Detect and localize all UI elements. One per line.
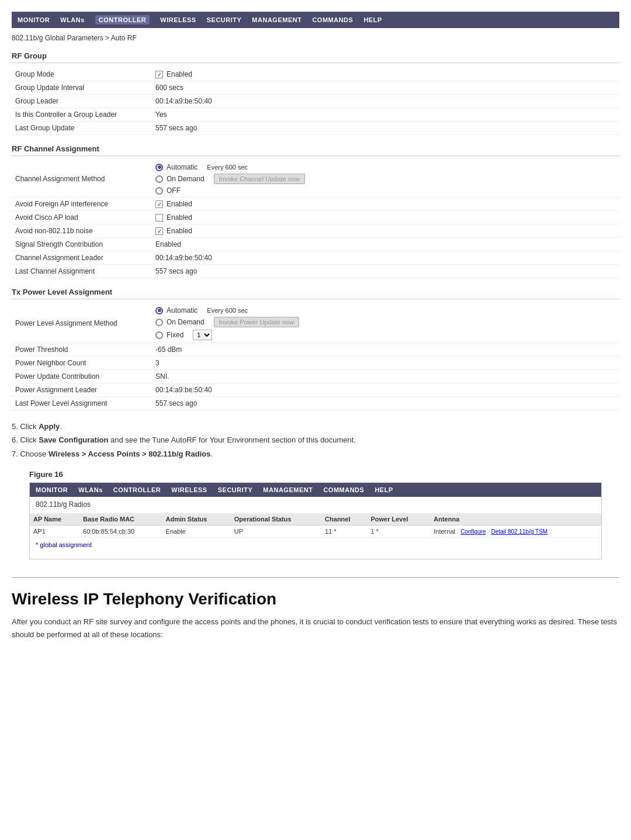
nav-security[interactable]: SECURITY: [207, 16, 242, 23]
row-value: Enabled: [152, 198, 619, 211]
radio-label-automatic-power: Automatic: [167, 306, 197, 314]
row-label: Group Update Interval: [12, 81, 152, 95]
cell-antenna: Internal Configure Detail 802.11b/g TSM: [430, 526, 601, 538]
row-label: Power Level Assignment Method: [12, 304, 152, 343]
cell-power: 1 *: [367, 526, 430, 538]
nav-help[interactable]: HELP: [363, 16, 382, 23]
radio-ondemand[interactable]: [155, 175, 163, 183]
table-header-row: AP Name Base Radio MAC Admin Status Oper…: [30, 513, 601, 526]
fig-nav-controller[interactable]: CONTROLLER: [113, 486, 161, 493]
nav-management[interactable]: MANAGEMENT: [252, 16, 301, 23]
configure-link[interactable]: Configure: [460, 528, 486, 535]
row-value: 00:14:a9:be:50:40: [152, 383, 619, 397]
radio-row-fixed[interactable]: Fixed 1: [155, 330, 616, 340]
rf-group-header: RF Group: [12, 51, 619, 63]
row-label: Channel Assignment Leader: [12, 251, 152, 265]
row-value: Enabled: [152, 68, 619, 81]
checkbox-group-mode[interactable]: Enabled: [155, 70, 616, 78]
row-label: Avoid Cisco AP load: [12, 211, 152, 224]
row-value: Enabled: [152, 211, 619, 224]
apply-bold: Apply: [39, 422, 60, 431]
invoke-power-button[interactable]: Invoke Power Update now: [214, 317, 299, 327]
nav-controller[interactable]: CONTROLLER: [95, 15, 150, 25]
nav-wireless[interactable]: WIRELESS: [160, 16, 196, 23]
rf-group-table: Group Mode Enabled Group Update Interval…: [12, 68, 619, 135]
checkbox-enabled[interactable]: [155, 71, 163, 78]
table-row: Group Update Interval 600 secs: [12, 81, 619, 95]
row-label: Avoid non-802.11b noise: [12, 224, 152, 238]
figure-label: Figure 16: [29, 470, 619, 479]
checkbox-avoid-noise[interactable]: Enabled: [155, 227, 616, 235]
detail-link[interactable]: Detail 802.11b/g TSM: [491, 528, 548, 535]
checkbox-avoid-cisco[interactable]: Enabled: [155, 213, 616, 222]
row-label: Power Update Contribution: [12, 370, 152, 383]
table-row: Group Leader 00:14:a9:be:50:40: [12, 95, 619, 108]
radio-ondemand-power[interactable]: [155, 319, 163, 326]
table-row: Last Power Level Assignment 557 secs ago: [12, 397, 619, 410]
row-label: Power Assignment Leader: [12, 383, 152, 397]
save-config-bold: Save Configuration: [39, 435, 108, 444]
tx-power-header: Tx Power Level Assignment: [12, 288, 619, 299]
fig-nav-monitor[interactable]: MONITOR: [36, 486, 68, 493]
nav-wlans[interactable]: WLANs: [60, 16, 85, 23]
row-value: Automatic Every 600 sec On Demand Invoke…: [152, 304, 619, 343]
row-value: SNI.: [152, 370, 619, 383]
radio-label-ondemand: On Demand: [167, 175, 204, 183]
table-row: Power Neighbor Count 3: [12, 357, 619, 370]
row-label: Last Group Update: [12, 122, 152, 135]
row-label: Is this Controller a Group Leader: [12, 108, 152, 122]
figure-box: MONITOR WLANs CONTROLLER WIRELESS SECURI…: [29, 482, 602, 559]
table-row: Avoid Foreign AP interference Enabled: [12, 198, 619, 211]
radio-automatic-power[interactable]: [155, 307, 163, 314]
radio-fixed[interactable]: [155, 331, 163, 339]
row-label: Signal Strength Contribution: [12, 238, 152, 251]
radio-row-ondemand-power[interactable]: On Demand Invoke Power Update now: [155, 317, 616, 327]
checkbox-icon[interactable]: [155, 227, 163, 235]
cell-ap-name: AP1: [30, 526, 79, 538]
table-row: Power Assignment Leader 00:14:a9:be:50:4…: [12, 383, 619, 397]
radio-label-off: OFF: [167, 186, 181, 195]
fixed-power-select[interactable]: 1: [193, 330, 212, 340]
radio-off[interactable]: [155, 187, 163, 195]
invoke-channel-button[interactable]: Invoke Channel Update now: [214, 174, 305, 184]
step-5: 5. Click Apply.: [12, 420, 619, 433]
checkbox-icon[interactable]: [155, 201, 163, 208]
table-row: Channel Assignment Leader 00:14:a9:be:50…: [12, 251, 619, 265]
fig-nav-security[interactable]: SECURITY: [218, 486, 253, 493]
radio-row-ondemand[interactable]: On Demand Invoke Channel Update now: [155, 174, 616, 184]
row-label: Power Neighbor Count: [12, 357, 152, 370]
radio-row-off[interactable]: OFF: [155, 186, 616, 195]
fig-nav-help[interactable]: HELP: [375, 486, 393, 493]
row-label: Group Leader: [12, 95, 152, 108]
wireless-access-bold: Wireless > Access Points > 802.11b/g Rad…: [48, 450, 211, 458]
row-label: Last Channel Assignment: [12, 265, 152, 278]
row-value: 3: [152, 357, 619, 370]
radio-row-automatic[interactable]: Automatic Every 600 sec: [155, 163, 616, 171]
fig-nav-commands[interactable]: COMMANDS: [323, 486, 364, 493]
fig-nav-wireless[interactable]: WIRELESS: [171, 486, 207, 493]
row-value: Enabled: [152, 224, 619, 238]
radio-automatic[interactable]: [155, 164, 163, 171]
table-row: AP1 60:0b:85:54:cb:30 Enable UP 11 * 1 *…: [30, 526, 601, 538]
row-value: Yes: [152, 108, 619, 122]
checkbox-icon[interactable]: [155, 214, 163, 222]
fig-nav-management[interactable]: MANAGEMENT: [263, 486, 313, 493]
row-label: Last Power Level Assignment: [12, 397, 152, 410]
row-value: 557 secs ago: [152, 265, 619, 278]
radio-label-ondemand-power: On Demand: [167, 318, 204, 326]
nav-monitor[interactable]: MONITOR: [18, 16, 50, 23]
radio-row-automatic-power[interactable]: Automatic Every 600 sec: [155, 306, 616, 314]
table-row: Is this Controller a Group Leader Yes: [12, 108, 619, 122]
row-value: 600 secs: [152, 81, 619, 95]
table-row-channel-method: Channel Assignment Method Automatic Ever…: [12, 161, 619, 198]
interval-label: Every 600 sec: [207, 164, 248, 171]
row-value: 00:14:a9:be:50:40: [152, 95, 619, 108]
checkbox-avoid-foreign[interactable]: Enabled: [155, 200, 616, 208]
nav-commands[interactable]: COMMANDS: [312, 16, 353, 23]
rf-channel-header: RF Channel Assignment: [12, 144, 619, 156]
col-base-radio: Base Radio MAC: [79, 513, 162, 526]
row-value: 557 secs ago: [152, 397, 619, 410]
table-row: Avoid non-802.11b noise Enabled: [12, 224, 619, 238]
table-row: Last Group Update 557 secs ago: [12, 122, 619, 135]
fig-nav-wlans[interactable]: WLANs: [78, 486, 103, 493]
